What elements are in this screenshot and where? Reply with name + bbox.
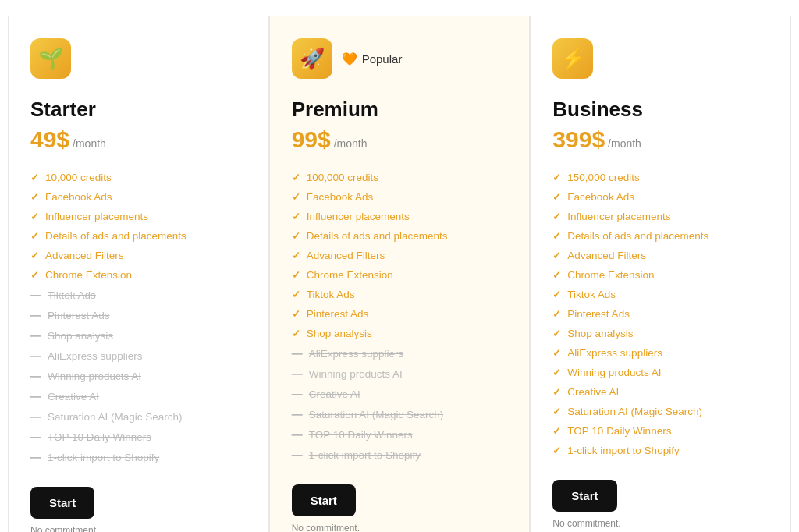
feature-text: 1-click import to Shopify (48, 452, 159, 463)
no-commitment-premium: No commitment. (292, 523, 508, 532)
check-icon: ✓ (552, 172, 561, 183)
list-item: —Winning products AI (292, 367, 508, 380)
plan-name-business: Business (552, 98, 769, 122)
plan-header-starter: 🌱 (30, 35, 247, 82)
list-item: —AliExpress suppliers (30, 349, 247, 362)
dash-icon: — (30, 370, 41, 382)
dash-icon: — (30, 289, 41, 301)
check-icon: ✓ (30, 211, 39, 222)
list-item: ✓Facebook Ads (552, 191, 769, 203)
list-item: ✓Chrome Extension (30, 269, 247, 281)
feature-text: Advanced Filters (45, 250, 124, 261)
feature-text: Facebook Ads (45, 191, 112, 203)
feature-text: 1-click import to Shopify (309, 449, 421, 461)
list-item: ✓Shop analysis (552, 328, 769, 339)
list-item: —Tiktok Ads (30, 289, 247, 301)
list-item: —TOP 10 Daily Winners (30, 431, 247, 443)
list-item: ✓Details of ads and placements (552, 230, 769, 242)
list-item: ✓Tiktok Ads (552, 289, 769, 300)
feature-text: Winning products AI (309, 368, 403, 380)
check-icon: ✓ (552, 230, 561, 242)
dash-icon: — (30, 309, 41, 321)
check-icon: ✓ (292, 230, 300, 242)
dash-icon: — (30, 349, 41, 362)
check-icon: ✓ (292, 172, 300, 183)
list-item: —Creative AI (292, 388, 508, 400)
list-item: —TOP 10 Daily Winners (292, 428, 508, 441)
dash-icon: — (292, 449, 303, 461)
check-icon: ✓ (552, 406, 561, 417)
list-item: ✓Chrome Extension (552, 269, 769, 281)
feature-text: Details of ads and placements (567, 230, 708, 242)
dash-icon: — (292, 388, 303, 400)
check-icon: ✓ (552, 386, 561, 398)
plan-icon-business: ⚡ (552, 38, 593, 79)
plan-price-starter: 49$/month (30, 126, 247, 153)
list-item: ✓Pinterest Ads (292, 308, 508, 320)
popular-badge: 🧡Popular (342, 51, 403, 66)
dash-icon: — (292, 428, 303, 441)
list-item: ✓1-click import to Shopify (552, 445, 769, 456)
plan-price-business: 399$/month (552, 126, 769, 153)
list-item: ✓Advanced Filters (30, 250, 247, 261)
feature-text: 150,000 credits (567, 172, 639, 183)
check-icon: ✓ (552, 328, 561, 339)
check-icon: ✓ (552, 347, 561, 359)
heart-icon: 🧡 (342, 51, 357, 66)
list-item: ✓Tiktok Ads (292, 289, 508, 300)
list-item: ✓Details of ads and placements (292, 230, 508, 242)
check-icon: ✓ (30, 269, 39, 281)
feature-text: Chrome Extension (45, 269, 132, 281)
features-list-starter: ✓10,000 credits✓Facebook Ads✓Influencer … (30, 172, 247, 463)
feature-text: Facebook Ads (567, 191, 634, 203)
feature-text: Chrome Extension (307, 269, 393, 281)
feature-text: 100,000 credits (307, 172, 378, 183)
feature-text: AliExpress suppliers (309, 348, 404, 360)
list-item: ✓AliExpress suppliers (552, 347, 769, 359)
plan-name-premium: Premium (292, 98, 508, 122)
check-icon: ✓ (552, 308, 561, 320)
feature-text: Creative AI (309, 388, 360, 400)
list-item: ✓10,000 credits (30, 172, 247, 183)
dash-icon: — (292, 367, 303, 380)
feature-text: Pinterest Ads (567, 308, 630, 320)
list-item: ✓150,000 credits (552, 172, 769, 183)
feature-text: 10,000 credits (45, 172, 112, 183)
plan-card-starter: 🌱Starter49$/month✓10,000 credits✓Faceboo… (8, 16, 269, 532)
feature-text: Shop analysis (567, 328, 633, 339)
feature-text: Saturation AI (Magic Search) (48, 411, 183, 423)
feature-text: Details of ads and placements (45, 230, 186, 242)
list-item: ✓Saturation AI (Magic Search) (552, 406, 769, 417)
feature-text: Winning products AI (48, 371, 141, 382)
feature-text: Details of ads and placements (307, 230, 448, 242)
list-item: —Saturation AI (Magic Search) (30, 410, 247, 423)
feature-text: 1-click import to Shopify (567, 445, 679, 456)
check-icon: ✓ (30, 250, 39, 261)
check-icon: ✓ (30, 191, 39, 203)
list-item: ✓Advanced Filters (292, 250, 508, 261)
check-icon: ✓ (292, 250, 300, 261)
list-item: —AliExpress suppliers (292, 347, 508, 360)
check-icon: ✓ (552, 250, 561, 261)
features-list-premium: ✓100,000 credits✓Facebook Ads✓Influencer… (292, 172, 508, 461)
feature-text: Advanced Filters (307, 250, 385, 261)
price-period-business: /month (608, 137, 641, 150)
list-item: —1-click import to Shopify (30, 451, 247, 463)
feature-text: Saturation AI (Magic Search) (309, 409, 444, 420)
list-item: ✓Winning products AI (552, 367, 769, 378)
start-button-premium[interactable]: Start (292, 484, 356, 516)
list-item: ✓Chrome Extension (292, 269, 508, 281)
price-period-premium: /month (334, 137, 368, 150)
check-icon: ✓ (292, 191, 300, 203)
check-icon: ✓ (292, 289, 300, 300)
start-button-business[interactable]: Start (552, 480, 616, 512)
feature-text: TOP 10 Daily Winners (567, 425, 671, 437)
plan-card-premium: 🚀🧡PopularPremium99$/month✓100,000 credit… (269, 16, 531, 532)
dash-icon: — (30, 451, 41, 463)
feature-text: Tiktok Ads (48, 289, 96, 301)
list-item: —Pinterest Ads (30, 309, 247, 321)
start-button-starter[interactable]: Start (30, 487, 94, 519)
dash-icon: — (30, 329, 41, 342)
feature-text: Tiktok Ads (307, 289, 355, 300)
price-amount-starter: 49$ (30, 126, 69, 153)
